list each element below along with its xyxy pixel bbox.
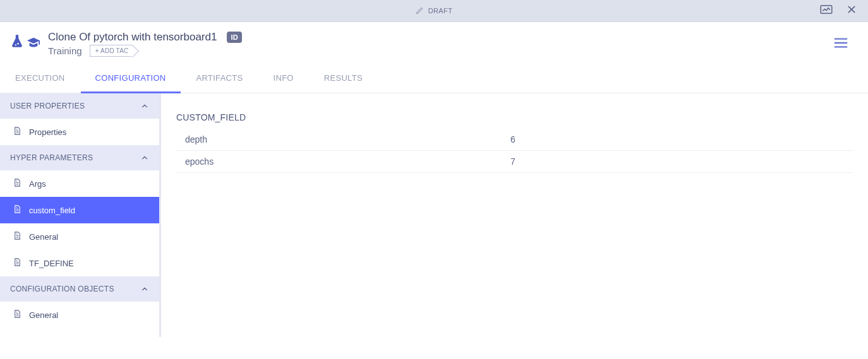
sidebar-item-label: General — [29, 310, 58, 320]
page-header: Clone Of pytorch with tensorboard1 ID Tr… — [0, 22, 868, 59]
flask-icon — [9, 33, 25, 52]
content-area: USER PROPERTIES Properties HYPER PARAMET… — [0, 93, 868, 337]
section-configuration-objects[interactable]: CONFIGURATION OBJECTS — [0, 276, 159, 302]
sidebar-item-custom-field[interactable]: custom_field — [0, 197, 159, 223]
menu-icon[interactable] — [834, 31, 853, 51]
status-text: DRAFT — [428, 7, 453, 15]
table-row[interactable]: depth 6 — [176, 129, 853, 151]
sidebar-item-label: Args — [29, 179, 46, 189]
sidebar-item-label: Properties — [29, 127, 66, 137]
sidebar: USER PROPERTIES Properties HYPER PARAMET… — [0, 93, 161, 337]
param-val: 6 — [510, 134, 845, 144]
tab-results[interactable]: RESULTS — [324, 73, 363, 93]
graduation-cap-icon — [27, 36, 40, 52]
add-tag-button[interactable]: + ADD TAG — [90, 45, 132, 57]
tab-info[interactable]: INFO — [274, 73, 294, 93]
file-icon — [13, 309, 22, 321]
pencil-icon — [416, 6, 424, 16]
chevron-up-icon — [140, 153, 149, 162]
file-icon — [13, 257, 22, 269]
chevron-up-icon — [140, 102, 149, 110]
file-icon — [13, 178, 22, 189]
sidebar-item-general-hp[interactable]: General — [0, 223, 159, 250]
sidebar-item-label: TF_DEFINE — [29, 259, 74, 268]
file-icon — [13, 204, 22, 216]
header-icons — [9, 31, 40, 52]
close-icon[interactable] — [847, 4, 857, 17]
tab-execution[interactable]: EXECUTION — [15, 73, 65, 93]
sidebar-item-label: General — [29, 232, 58, 242]
param-key: depth — [185, 134, 510, 144]
tab-configuration[interactable]: CONFIGURATION — [95, 73, 166, 93]
svg-point-1 — [17, 43, 19, 45]
draft-status: DRAFT — [416, 6, 453, 16]
add-tag-label: + ADD TAG — [95, 47, 129, 54]
file-icon — [13, 231, 22, 242]
panel-title: CUSTOM_FIELD — [176, 112, 853, 122]
param-key: epochs — [185, 156, 510, 167]
top-status-bar: DRAFT — [0, 0, 868, 22]
table-row[interactable]: epochs 7 — [176, 151, 853, 173]
page-subtitle: Training — [48, 45, 82, 56]
file-icon — [13, 126, 22, 138]
param-table: depth 6 epochs 7 — [176, 129, 853, 173]
sidebar-item-tf-define[interactable]: TF_DEFINE — [0, 250, 159, 276]
id-badge[interactable]: ID — [227, 32, 242, 43]
main-panel: CUSTOM_FIELD depth 6 epochs 7 — [161, 93, 868, 337]
param-val: 7 — [510, 156, 845, 167]
tab-artifacts[interactable]: ARTIFACTS — [196, 73, 243, 93]
section-hyper-parameters[interactable]: HYPER PARAMETERS — [0, 145, 159, 170]
page-title: Clone Of pytorch with tensorboard1 — [48, 31, 217, 44]
chevron-up-icon — [140, 285, 149, 293]
section-label: USER PROPERTIES — [10, 102, 85, 110]
svg-point-2 — [15, 44, 16, 45]
sidebar-item-general-co[interactable]: General — [0, 302, 159, 328]
section-label: HYPER PARAMETERS — [10, 153, 93, 162]
sidebar-item-properties[interactable]: Properties — [0, 119, 159, 145]
image-icon[interactable] — [820, 4, 833, 17]
sidebar-item-args[interactable]: Args — [0, 170, 159, 197]
tabs: EXECUTION CONFIGURATION ARTIFACTS INFO R… — [0, 59, 868, 93]
section-user-properties[interactable]: USER PROPERTIES — [0, 93, 159, 119]
sidebar-item-label: custom_field — [29, 206, 75, 215]
section-label: CONFIGURATION OBJECTS — [10, 285, 114, 293]
